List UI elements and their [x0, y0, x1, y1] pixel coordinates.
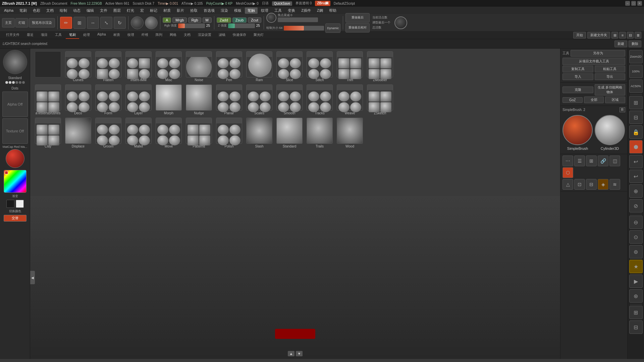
ir-btn-7[interactable]: ⊕ [629, 184, 643, 198]
brush-item-empty[interactable] [33, 50, 63, 83]
brush-item-weave[interactable]: Weave [335, 83, 365, 116]
brush-item-standard[interactable]: Standard [274, 116, 305, 149]
canvas-viewport[interactable]: ◀ ▲ ▼ [30, 196, 560, 359]
lb-tab-spotlight[interactable]: 聚光灯 [250, 32, 267, 39]
main-tab-btn[interactable]: 主页 [2, 18, 15, 27]
lb-tab-array[interactable]: 阵列 [152, 32, 166, 39]
menu-stroke[interactable]: 笔触 [245, 7, 258, 14]
menu-movie[interactable]: 影片 [174, 7, 187, 14]
rp-icon-attr[interactable]: ⊟ [586, 179, 597, 190]
brush-item-planar[interactable]: Planar [214, 83, 244, 116]
stroke-type-btn[interactable] [131, 16, 144, 29]
menu-template[interactable]: 模板 [231, 7, 244, 14]
brush-item-zmodeler[interactable]: ZModeler [365, 50, 395, 83]
menu-material[interactable]: 材质 [161, 7, 173, 14]
load-from-project-btn[interactable]: 从项目文件载入工具 [562, 58, 625, 65]
brush-item-misc[interactable]: Misc [154, 50, 184, 83]
menu-color[interactable]: 色彩 [30, 7, 43, 14]
brush-item-atesters[interactable]: aTestersBrushes [33, 83, 63, 116]
view-icon-3[interactable]: ⊟ [627, 32, 634, 39]
canvas-scroll-down[interactable]: ▼ [296, 351, 303, 356]
rotate-mode-btn[interactable]: ↻ [114, 17, 126, 29]
paste-tool-btn[interactable]: 粘贴工具 [595, 66, 626, 72]
canvas-collapse-arrow[interactable]: ◀ [30, 271, 35, 284]
menu-layer[interactable]: 图层 [111, 7, 123, 14]
rp-icon-open[interactable]: ⊞ [586, 156, 597, 166]
draw-size-slider[interactable] [284, 26, 324, 31]
rp-icon-active[interactable]: ⬡ [562, 167, 573, 178]
swatch-black[interactable] [6, 200, 14, 208]
brush-preview[interactable] [3, 50, 27, 74]
rp-icon-open2[interactable]: 🔗 [598, 156, 608, 166]
reset-last-ref-btn[interactable]: 重做最后相对 [345, 23, 370, 33]
menu-brush[interactable]: 笔刷 [17, 7, 30, 14]
menu-render[interactable]: 渲染 [218, 7, 231, 14]
import-btn[interactable]: 导入 [562, 73, 593, 80]
brush-item-deco[interactable]: Deco [63, 83, 93, 116]
all-btn[interactable]: 全部 [584, 97, 604, 103]
delete-btn[interactable]: 删除 [629, 41, 641, 47]
copy-tool-btn[interactable]: 复制工具 [562, 66, 593, 72]
brush-item-slice[interactable]: Slice [274, 50, 305, 83]
simple-brush-preview-1[interactable] [562, 115, 593, 145]
ir-ac50[interactable]: AC50% [629, 79, 643, 93]
view-icon-4[interactable]: ≣ [635, 32, 641, 39]
brush-item-flatten[interactable]: Flatten [93, 50, 123, 83]
ir-btn-1[interactable]: ⊞ [629, 96, 643, 109]
brush-item-curves[interactable]: Curves [63, 50, 93, 83]
ir-btn-6[interactable]: ↩ [629, 170, 643, 183]
win-minimize[interactable]: – [625, 1, 630, 6]
cylinder3d-preview[interactable] [595, 115, 625, 145]
view-icon-2[interactable]: ≡ [619, 32, 626, 39]
brush-item-morph[interactable]: Morph [154, 83, 184, 116]
canvas-scroll-up[interactable]: ▲ [288, 351, 294, 356]
ir-btn-2[interactable]: ⊟ [629, 111, 643, 124]
ir-btn-11[interactable]: ⊚ [629, 245, 643, 258]
zadd-btn[interactable]: Zadd [217, 17, 231, 23]
rgb-btn[interactable]: Rgb [188, 17, 201, 23]
win-close[interactable]: ✕ [637, 1, 642, 6]
goz-btn[interactable]: GoZ [562, 97, 583, 103]
ir-btn-12[interactable]: ▶ [629, 275, 643, 288]
menu-edit[interactable]: 编辑 [84, 7, 97, 14]
menu-document[interactable]: 文档 [44, 7, 56, 14]
brush-item-smooth[interactable]: Smooth [274, 83, 305, 116]
brush-item-trails[interactable]: Trails [305, 116, 335, 149]
menu-alpha[interactable]: Alpha [1, 8, 16, 13]
quick-save-btn[interactable]: QuickSave [272, 1, 292, 6]
brush-item-patterns[interactable]: Patterns [184, 116, 214, 149]
lb-tab-render-settings[interactable]: 渲染设置 [195, 32, 215, 39]
brush-item-clay[interactable]: Clay [33, 116, 63, 149]
view-dial[interactable] [394, 16, 407, 29]
alpha-type-btn[interactable] [145, 16, 158, 29]
ir-btn-5[interactable]: ↩ [629, 155, 643, 168]
lb-tab-texture[interactable]: 纹理 [124, 32, 138, 39]
zcut-btn[interactable]: Zcut [248, 17, 261, 23]
mrgb-label[interactable]: Mrgb [172, 17, 187, 23]
rgb-strength-slider[interactable] [178, 23, 205, 28]
ir-btn-gold[interactable]: ★ [629, 260, 643, 273]
texture-off-box[interactable]: Texture Off [2, 118, 28, 144]
brush-item-tracks[interactable]: Tracks [305, 83, 335, 116]
menu-file[interactable]: 文件 [97, 7, 110, 14]
ir-zoom-pct[interactable]: 100% [629, 65, 643, 78]
rp-icon-shape[interactable]: △ [562, 179, 573, 190]
brush-item-pen[interactable]: Pen [214, 50, 244, 83]
menu-pickup[interactable]: 拾取 [187, 7, 200, 14]
ir-btn-14[interactable]: ⊞ [629, 306, 643, 319]
rp-icon-dyn[interactable]: ◈ [598, 179, 608, 190]
lb-tab-open[interactable]: 打开文件 [3, 32, 23, 39]
brush-item-nudge[interactable]: Nudge [184, 83, 214, 116]
rp-icon-group[interactable]: ◫ [609, 156, 620, 166]
win-maximize[interactable]: □ [631, 1, 636, 6]
menu-dynamics[interactable]: 动态 [70, 7, 83, 14]
clone-btn[interactable]: 克隆 [562, 86, 593, 93]
m-btn[interactable]: M [203, 17, 212, 23]
region-btn[interactable]: 区域 [605, 97, 625, 103]
lb-tab-document[interactable]: 文档 [180, 32, 194, 39]
save-btn[interactable]: 另存为 [571, 50, 625, 57]
ir-zoom-2d[interactable]: Zoom2D [629, 50, 643, 63]
lb-tab-mesh[interactable]: 网格 [166, 32, 180, 39]
lb-tab-tool[interactable]: 工具 [52, 32, 65, 39]
brush-item-noise[interactable]: Noise [184, 50, 214, 83]
